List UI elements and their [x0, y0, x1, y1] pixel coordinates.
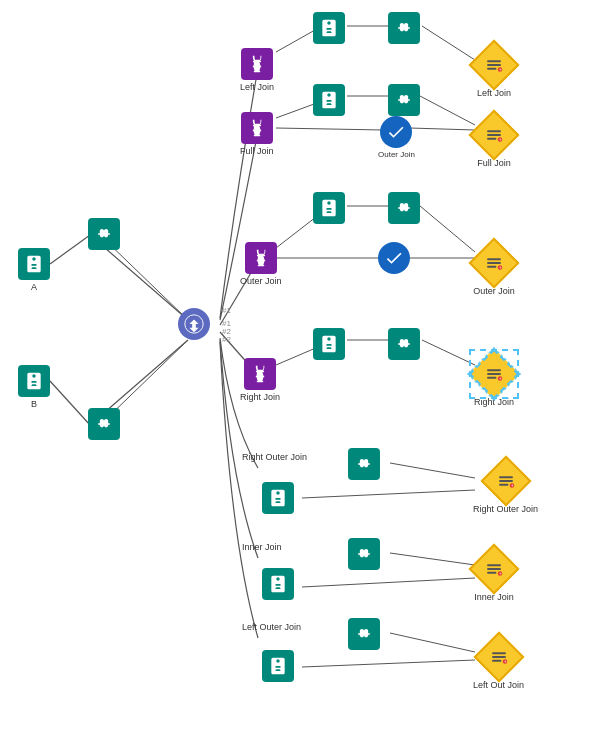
svg-text:#2: #2: [222, 327, 231, 336]
svg-text:#1: #1: [222, 306, 231, 315]
svg-line-8: [422, 26, 475, 60]
binoculars-icon-leftouter: [348, 618, 380, 650]
svg-line-11: [276, 128, 383, 130]
output-fulljoin[interactable]: + Full Join: [473, 114, 515, 168]
label-outer-join: Outer Join: [378, 150, 415, 159]
svg-line-13: [420, 96, 475, 125]
node-leftjoin-dna[interactable]: Left Join: [240, 48, 274, 92]
diamond-container-outerjoin: +: [473, 242, 515, 284]
label-A: A: [31, 282, 37, 292]
binoculars-icon-A: [88, 218, 120, 250]
node-fulljoin-check[interactable]: Outer Join: [378, 116, 415, 159]
svg-line-6: [276, 30, 315, 52]
node-outerjoin-dna[interactable]: Outer Join: [240, 242, 282, 286]
diamond-container-innerjoin: +: [473, 548, 515, 590]
label-B: B: [31, 399, 37, 409]
node-leftouter-label: Left Outer Join: [242, 622, 301, 632]
node-leftjoin-book[interactable]: [313, 12, 345, 44]
svg-text:+: +: [499, 137, 502, 142]
label-outerjoin-dna: Outer Join: [240, 276, 282, 286]
node-leftouter-bino[interactable]: [348, 618, 380, 650]
binoculars-icon-B: [88, 408, 120, 440]
book-icon-fulljoin: [313, 84, 345, 116]
output-rightouter[interactable]: + Right Outer Join: [473, 460, 538, 514]
output-leftouter[interactable]: + Left Out Join: [473, 636, 524, 690]
node-rightjoin-dna[interactable]: Right Join: [240, 358, 280, 402]
node-innerjoin-bino[interactable]: [348, 538, 380, 570]
diamond-container-leftjoin: +: [473, 44, 515, 86]
output-innerjoin[interactable]: + Inner Join: [473, 548, 515, 602]
node-leftjoin-bino[interactable]: [388, 12, 420, 44]
diamond-leftjoin: +: [469, 40, 520, 91]
book-icon-leftjoin: [313, 12, 345, 44]
svg-line-21: [422, 340, 475, 365]
book-icon-B: [18, 365, 50, 397]
svg-line-2: [50, 381, 90, 425]
node-outerjoin-book[interactable]: [313, 192, 345, 224]
node-rightjoin-book[interactable]: [313, 328, 345, 360]
svg-line-23: [302, 490, 475, 498]
dna-icon-leftjoin: [241, 48, 273, 80]
node-innerjoin-book[interactable]: [262, 568, 294, 600]
svg-text:+: +: [503, 659, 506, 664]
node-bino-B[interactable]: [88, 408, 120, 440]
book-icon-rightouter: [262, 482, 294, 514]
diamond-inner-leftjoin: +: [480, 51, 508, 79]
svg-text:+: +: [499, 376, 502, 381]
label-leftouter: Left Outer Join: [242, 622, 301, 632]
node-rightjoin-bino[interactable]: [388, 328, 420, 360]
diamond-leftouter: +: [473, 632, 524, 683]
node-fulljoin-bino[interactable]: [388, 84, 420, 116]
svg-line-12: [410, 128, 475, 130]
binoculars-icon-leftjoin: [388, 12, 420, 44]
svg-text:+: +: [499, 265, 502, 270]
node-fulljoin-book[interactable]: [313, 84, 345, 116]
label-innerjoin: Inner Join: [242, 542, 282, 552]
binoculars-icon-outerjoin: [388, 192, 420, 224]
svg-line-27: [302, 660, 475, 667]
svg-text:+: +: [510, 483, 513, 488]
book-icon-innerjoin: [262, 568, 294, 600]
output-outerjoin[interactable]: + Outer Join: [473, 242, 515, 296]
diamond-inner-outerjoin: +: [480, 249, 508, 277]
binoculars-icon-rightouter: [348, 448, 380, 480]
check-icon-outerjoin: [378, 242, 410, 274]
node-A[interactable]: A: [18, 248, 50, 292]
merge-icon: [178, 308, 210, 340]
node-B[interactable]: B: [18, 365, 50, 409]
diamond-container-fulljoin: +: [473, 114, 515, 156]
diagram-canvas: #1 #1 #2 #2 A B: [0, 0, 595, 750]
svg-text:+: +: [499, 67, 502, 72]
diamond-outerjoin: +: [469, 238, 520, 289]
output-rightjoin[interactable]: + Right Join: [473, 353, 515, 407]
label-rightjoin-dna: Right Join: [240, 392, 280, 402]
svg-line-22: [390, 463, 475, 478]
label-rightouter: Right Outer Join: [242, 452, 307, 462]
node-outerjoin-check[interactable]: [378, 242, 410, 274]
output-leftjoin[interactable]: + Left Join: [473, 44, 515, 98]
svg-line-25: [302, 578, 475, 587]
dna-icon-fulljoin: [241, 112, 273, 144]
diamond-inner-rightouter: +: [492, 467, 520, 495]
node-bino-A[interactable]: [88, 218, 120, 250]
svg-line-24: [390, 553, 475, 565]
node-rightouter-label: Right Outer Join: [242, 452, 307, 462]
label-leftjoin-dna: Left Join: [240, 82, 274, 92]
binoculars-icon-fulljoin: [388, 84, 420, 116]
node-merge[interactable]: [178, 308, 210, 340]
node-leftouter-book[interactable]: [262, 650, 294, 682]
svg-text:#2: #2: [222, 335, 231, 344]
node-rightouter-bino[interactable]: [348, 448, 380, 480]
diamond-rightjoin: +: [469, 349, 520, 400]
svg-line-0: [50, 235, 90, 264]
node-fulljoin-dna[interactable]: Full Join: [240, 112, 274, 156]
diamond-inner-leftouter: +: [485, 643, 513, 671]
node-outerjoin-bino[interactable]: [388, 192, 420, 224]
binoculars-icon-innerjoin: [348, 538, 380, 570]
diamond-container-rightouter: +: [485, 460, 527, 502]
svg-line-17: [420, 206, 475, 252]
diamond-fulljoin: +: [469, 110, 520, 161]
node-rightouter-book[interactable]: [262, 482, 294, 514]
node-innerjoin-label: Inner Join: [242, 542, 282, 552]
svg-text:#1: #1: [222, 319, 231, 328]
